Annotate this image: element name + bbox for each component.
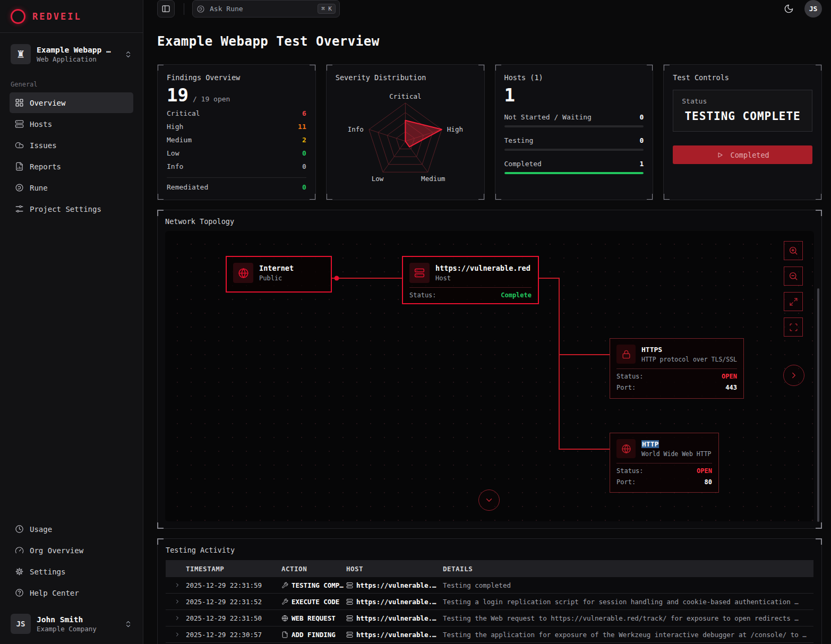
test-controls-card: Test Controls Status TESTING COMPLETE Co… (663, 64, 822, 200)
row-expander-icon[interactable] (166, 598, 186, 605)
corner-bracket (310, 64, 316, 71)
severity-distribution-card: Severity Distribution CriticalHighMedium… (326, 64, 485, 200)
corner-bracket (816, 522, 822, 529)
activity-table: TIMESTAMP ACTION HOST DETAILS 2025-12-29… (166, 560, 813, 643)
corner-bracket (326, 194, 332, 200)
corner-bracket (326, 64, 332, 71)
scrollbar-thumb[interactable] (817, 288, 819, 522)
node-title: Internet (259, 264, 294, 272)
node-title: HTTP (641, 440, 712, 448)
corner-bracket (663, 194, 670, 200)
completed-button[interactable]: Completed (673, 145, 812, 164)
status-label: Status (682, 97, 803, 105)
page-title: Example Webapp Test Overview (157, 34, 822, 49)
brand-logo-icon (11, 9, 25, 24)
column-header: ACTION (281, 565, 346, 573)
svg-text:Low: Low (372, 175, 384, 183)
dark-mode-toggle[interactable] (784, 4, 794, 14)
testing-activity-panel: Testing Activity TIMESTAMP ACTION HOST D… (157, 538, 822, 644)
sidebar: REDVEIL ♜ Example Webapp … Web Applicati… (0, 0, 143, 644)
sidebar-item-project-settings[interactable]: Project Settings (10, 199, 133, 219)
sidebar-item-hosts[interactable]: Hosts (10, 114, 133, 134)
wrench-icon (281, 598, 288, 605)
sidebar-item-org-overview[interactable]: Org Overview (10, 540, 133, 561)
project-type: Web Application (37, 55, 111, 63)
node-https-service[interactable]: HTTPS HTTP protocol over TLS/SSL Status:… (610, 338, 744, 399)
pan-down-button[interactable] (478, 490, 500, 511)
globe-icon (281, 615, 288, 622)
help-circle-icon (15, 588, 24, 597)
card-title: Findings Overview (167, 73, 306, 82)
svg-text:High: High (447, 125, 463, 133)
card-title: Test Controls (673, 73, 812, 82)
chevrons-up-down-icon (124, 50, 132, 58)
sidebar-item-rune[interactable]: Rune (10, 177, 133, 198)
topology-canvas[interactable]: Internet Public https://vulnerable.red H… (165, 231, 814, 521)
finding-row-remediated: Remediated0 (167, 183, 306, 191)
project-icon: ♜ (11, 44, 31, 64)
sidebar-item-reports[interactable]: Reports (10, 156, 133, 177)
row-expander-icon[interactable] (166, 582, 186, 588)
expand-button[interactable] (784, 292, 803, 311)
sidebar-item-overview[interactable]: Overview (10, 92, 133, 113)
project-switcher[interactable]: ♜ Example Webapp … Web Application (10, 41, 133, 67)
fit-view-button[interactable] (784, 317, 803, 337)
sidebar-item-usage[interactable]: Usage (10, 519, 133, 539)
zoom-in-button[interactable] (784, 241, 803, 260)
user-menu[interactable]: JS John Smith Example Company (10, 611, 133, 637)
server-icon (346, 582, 353, 589)
zoom-out-button[interactable] (784, 267, 803, 286)
node-status-row: Status:Complete (403, 288, 538, 299)
table-row[interactable]: 2025-12-29 22:31:59 TESTING COMP… https:… (166, 577, 813, 594)
card-title: Hosts (1) (504, 73, 644, 82)
finding-row-critical: Critical6 (167, 109, 306, 117)
finding-row-high: High11 (167, 123, 306, 131)
table-row[interactable]: 2025-12-29 22:31:52 EXECUTE CODE https:/… (166, 594, 813, 610)
sidebar-item-settings[interactable]: Settings (10, 561, 133, 582)
ask-rune-search[interactable]: Ask Rune ⌘ K (192, 0, 340, 18)
file-chart-icon (15, 162, 24, 171)
sidebar-item-issues[interactable]: Issues (10, 135, 133, 156)
topbar: Ask Rune ⌘ K JS (157, 0, 822, 18)
corner-bracket (157, 522, 164, 529)
sidebar-item-label: Issues (30, 141, 57, 150)
progress-track (504, 149, 644, 151)
row-expander-icon[interactable] (166, 631, 186, 638)
activity-table-header: TIMESTAMP ACTION HOST DETAILS (166, 560, 813, 577)
lock-icon (616, 345, 636, 364)
corner-bracket (647, 194, 653, 200)
user-name: John Smith (37, 615, 97, 624)
open-findings-count: 19 (167, 86, 189, 104)
topbar-avatar[interactable]: JS (804, 0, 822, 18)
rune-icon (196, 5, 205, 13)
node-status-row: Status:OPEN (610, 369, 743, 380)
node-subtitle: Public (259, 274, 294, 282)
pan-right-button[interactable] (783, 365, 804, 386)
globe-icon (233, 263, 253, 283)
node-http-service[interactable]: HTTP World Wide Web HTTP Status:OPEN Por… (610, 433, 719, 493)
clock-icon (15, 525, 24, 534)
corner-bracket (478, 64, 485, 71)
table-row[interactable]: 2025-12-29 22:31:50 WEB REQUEST https://… (166, 610, 813, 626)
sidebar-item-help-center[interactable]: Help Center (10, 582, 133, 603)
sidebar-toggle-button[interactable] (157, 0, 175, 18)
corner-bracket (816, 194, 822, 200)
node-host[interactable]: https://vulnerable.red Host Status:Compl… (402, 256, 539, 304)
row-expander-icon[interactable] (166, 615, 186, 621)
rune-icon (15, 183, 24, 192)
node-title: https://vulnerable.red (435, 264, 530, 272)
node-subtitle: Host (435, 274, 530, 282)
svg-text:Medium: Medium (421, 175, 445, 183)
user-avatar: JS (11, 614, 31, 634)
server-icon (15, 119, 24, 128)
wrench-icon (281, 582, 288, 589)
sliders-icon (15, 204, 24, 213)
progress-track (504, 172, 644, 174)
node-title: HTTPS (641, 346, 737, 354)
table-row[interactable]: 2025-12-29 22:30:57 ADD FINDING https://… (166, 626, 813, 643)
status-value: TESTING COMPLETE (682, 110, 803, 123)
corner-bracket (663, 64, 670, 71)
node-internet[interactable]: Internet Public (226, 256, 332, 293)
progress-fill (504, 172, 644, 174)
panel-left-icon (161, 4, 170, 13)
